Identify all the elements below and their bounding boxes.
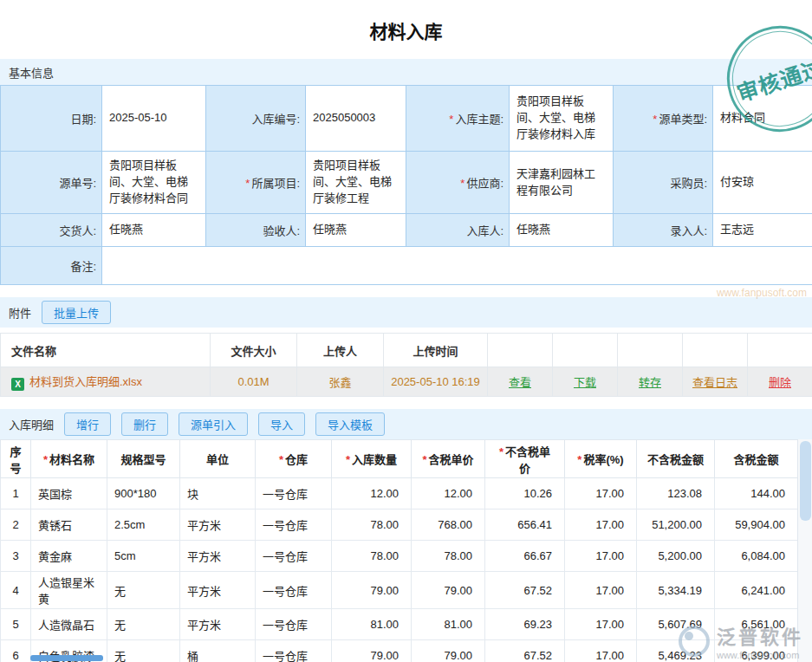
- col-header-upload-time: 上传时间: [384, 334, 488, 367]
- form-row: 源单号: 贵阳项目样板间、大堂、电梯厅装修材料合同 *所属项目: 贵阳项目样板间…: [1, 152, 812, 214]
- col-header-action: [618, 334, 683, 367]
- form-row: 交货人: 任晓燕 验收人: 任晓燕 入库人: 任晓燕 录入人: 王志远: [1, 214, 812, 247]
- detail-row: 3 黄金麻 5cm 平方米 一号仓库 78.00 78.00 66.67 17.…: [1, 541, 798, 572]
- basic-info-section-title: 基本信息: [9, 64, 54, 81]
- label-warehouse-keeper: 入库人:: [406, 214, 510, 247]
- label-supplier-text: 供应商:: [466, 177, 503, 190]
- cell-qty: 12.00: [332, 478, 412, 509]
- value-project: 贵阳项目样板间、大堂、电梯厅装修工程: [306, 152, 406, 214]
- excel-file-icon: [11, 378, 24, 391]
- attachment-action-cell: 删除: [748, 367, 812, 397]
- transfer-save-link[interactable]: 转存: [639, 376, 661, 389]
- cell-warehouse: 一号仓库: [256, 640, 332, 662]
- cell-notax-amount: 5,200.00: [637, 541, 715, 572]
- form-row: 备注:: [1, 247, 812, 285]
- view-log-link[interactable]: 查看日志: [692, 376, 737, 389]
- col-header-warehouse: *仓库: [256, 440, 332, 478]
- import-template-button[interactable]: 导入模板: [315, 412, 385, 436]
- label-remark: 备注:: [1, 247, 102, 285]
- value-inspector: 任晓燕: [306, 214, 406, 247]
- cell-notax-amount: 123.08: [637, 478, 715, 509]
- import-button[interactable]: 导入: [258, 412, 305, 436]
- required-asterisk: *: [577, 453, 581, 466]
- detail-header-row: 序号 *材料名称 规格型号 单位 *仓库 *入库数量 *含税单价 *不含税单价 …: [1, 440, 798, 478]
- label-source-no: 源单号:: [1, 152, 102, 214]
- delete-row-button[interactable]: 删行: [121, 412, 168, 436]
- required-asterisk: *: [245, 177, 250, 190]
- spacer: [0, 397, 812, 409]
- required-asterisk: *: [422, 453, 426, 466]
- material-inbound-page: 材料入库 基本信息 日期: 2025-05-10 入库编号: 202505000…: [0, 0, 812, 662]
- label-receipt-no: 入库编号:: [206, 86, 306, 152]
- label-date: 日期:: [1, 86, 102, 152]
- value-source-no: 贵阳项目样板间、大堂、电梯厅装修材料合同: [102, 152, 206, 214]
- basic-info-table: 日期: 2025-05-10 入库编号: 2025050003 *入库主题: 贵…: [0, 85, 812, 285]
- attachments-table: 文件名称 文件大小 上传人 上传时间 材料到货入库明细.xlsx 0.01M 张…: [0, 333, 812, 397]
- cell-notax-price: 10.26: [485, 478, 565, 509]
- cell-tax-price: 81.00: [412, 609, 485, 640]
- col-header-material-name: *材料名称: [31, 440, 107, 478]
- col-header-tax-amount: 含税金额: [715, 440, 798, 478]
- cell-spec: 无: [107, 572, 180, 609]
- cell-tax-rate: 17.00: [565, 478, 637, 509]
- cell-tax-price: 12.00: [412, 478, 485, 509]
- view-link[interactable]: 查看: [509, 376, 531, 389]
- attachments-header-row: 文件名称 文件大小 上传人 上传时间: [1, 334, 812, 367]
- cell-tax-price: 78.00: [412, 541, 485, 572]
- label-purchaser: 采购员:: [614, 152, 713, 214]
- attachments-section-title: 附件: [9, 304, 31, 321]
- required-asterisk: *: [346, 453, 350, 466]
- cell-unit: 平方米: [180, 509, 256, 541]
- cell-unit: 桶: [180, 640, 256, 662]
- cell-no: 6: [1, 640, 31, 662]
- attachment-action-cell: 下载: [553, 367, 618, 397]
- cell-tax-amount: 6,084.00: [715, 541, 798, 572]
- attachment-action-cell: 查看: [488, 367, 553, 397]
- value-source-type: 材料合同: [713, 86, 812, 152]
- required-asterisk: *: [43, 453, 48, 466]
- basic-info-section-bar: 基本信息: [0, 59, 812, 85]
- cell-tax-price: 79.00: [412, 572, 485, 609]
- add-row-button[interactable]: 增行: [64, 412, 111, 436]
- col-header-tax-rate: *税率(%): [565, 440, 637, 478]
- cell-notax-price: 67.52: [485, 572, 565, 609]
- vertical-scrollbar[interactable]: [797, 439, 812, 662]
- batch-upload-button[interactable]: 批量上传: [42, 301, 111, 324]
- cell-spec: 900*180: [107, 478, 180, 509]
- col-header-text: 材料名称: [49, 453, 94, 466]
- col-header-tax-price: *含税单价: [412, 440, 485, 478]
- source-import-button[interactable]: 源单引入: [179, 412, 248, 436]
- detail-section-title: 入库明细: [9, 416, 54, 432]
- cell-material-name: 英国棕: [31, 478, 107, 509]
- col-header-spec: 规格型号: [107, 440, 180, 478]
- detail-section-bar: 入库明细 增行 删行 源单引入 导入 导入模板: [0, 409, 812, 439]
- cell-material-name: 人造银星米黄: [31, 572, 107, 609]
- cell-unit: 块: [180, 478, 256, 509]
- attachment-file-link[interactable]: 材料到货入库明细.xlsx: [29, 375, 142, 388]
- detail-row: 2 黄锈石 2.5cm 平方米 一号仓库 78.00 768.00 656.41…: [1, 509, 798, 541]
- cell-tax-price: 79.00: [412, 640, 485, 662]
- cell-warehouse: 一号仓库: [256, 572, 332, 609]
- detail-row: 5 人造微晶石 无 平方米 一号仓库 81.00 81.00 69.23 17.…: [1, 609, 798, 640]
- cell-notax-amount: 5,469.23: [637, 640, 715, 662]
- cell-tax-amount: 6,561.00: [715, 609, 798, 640]
- spacer: [0, 285, 812, 297]
- cell-notax-amount: 51,200.00: [637, 509, 715, 541]
- label-project-text: 所属项目:: [251, 177, 300, 190]
- col-header-text: 税率(%): [583, 453, 623, 466]
- vertical-scrollbar-thumb[interactable]: [800, 441, 811, 521]
- col-header-no: 序号: [1, 440, 31, 478]
- download-link[interactable]: 下载: [574, 376, 596, 389]
- col-header-text: 仓库: [285, 453, 308, 466]
- col-header-text: 含税单价: [429, 453, 474, 466]
- cell-qty: 78.00: [332, 541, 412, 572]
- col-header-text: 不含税单价: [505, 445, 550, 475]
- col-header-action: [553, 334, 618, 367]
- cell-tax-rate: 17.00: [565, 541, 637, 572]
- cell-notax-amount: 5,334.19: [637, 572, 715, 609]
- col-header-unit: 单位: [180, 440, 256, 478]
- col-header-action: [683, 334, 748, 367]
- horizontal-scrollbar-thumb[interactable]: [30, 655, 103, 661]
- delete-link[interactable]: 删除: [769, 376, 791, 389]
- col-header-filename: 文件名称: [1, 334, 211, 367]
